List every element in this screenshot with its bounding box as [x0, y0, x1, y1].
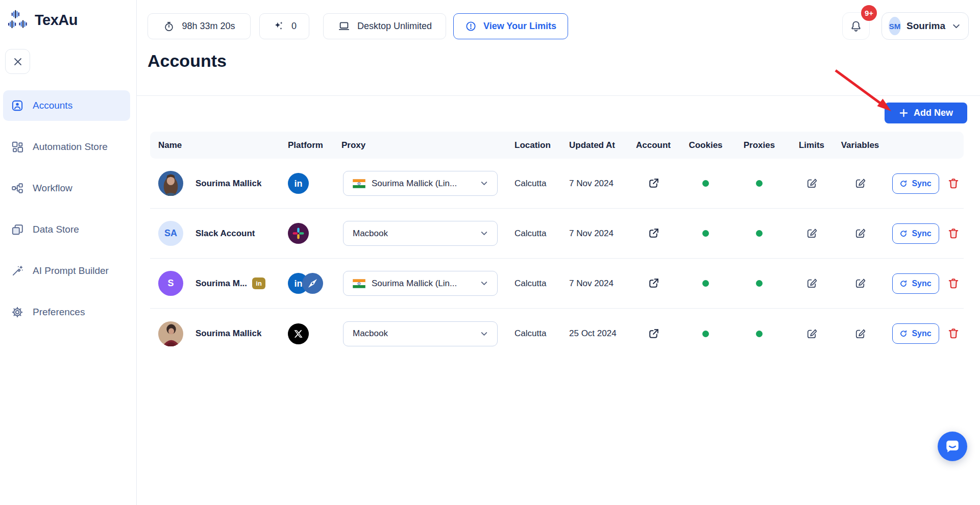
external-link-icon[interactable] [647, 327, 660, 340]
sidebar-item-ai-prompt-builder[interactable]: AI Prompt Builder [3, 256, 130, 286]
trash-icon[interactable] [947, 227, 960, 240]
proxies-status-cell [732, 280, 786, 287]
edit-limits-icon[interactable] [805, 227, 818, 240]
proxies-status-cell [732, 331, 786, 337]
table-row: Sourima Mallick in Sourima Mallick (Lin.… [150, 159, 964, 209]
edit-variables-icon[interactable] [854, 227, 867, 240]
name-cell: Sourima Mallick [150, 321, 286, 346]
stopwatch-icon [163, 20, 175, 33]
plan-pill[interactable]: Desktop Unlimited [323, 13, 446, 39]
column-header-account: Account [628, 140, 679, 150]
account-name: Sourima Mallick [195, 179, 261, 189]
column-header-limits: Limits [786, 140, 837, 150]
sidebar-item-label: Automation Store [33, 141, 108, 153]
chat-bubble-icon [944, 438, 961, 454]
chat-widget-button[interactable] [938, 432, 967, 461]
account-name-wrap: Sourima Mallick [195, 179, 261, 189]
variables-cell [837, 177, 883, 190]
column-header-name: Name [150, 140, 286, 150]
alert-circle-icon [465, 20, 477, 32]
account-link-cell [628, 227, 679, 240]
time-remaining-value: 98h 33m 20s [182, 21, 235, 32]
chevron-down-icon [479, 179, 489, 188]
edit-limits-icon[interactable] [805, 327, 818, 340]
view-limits-button[interactable]: View Your Limits [453, 13, 568, 39]
external-link-icon[interactable] [647, 227, 660, 240]
add-new-button[interactable]: Add New [885, 103, 967, 123]
edit-variables-icon[interactable] [854, 277, 867, 290]
proxy-dropdown[interactable]: Macbook [343, 321, 498, 346]
updated-at-cell: 7 Nov 2024 [561, 179, 628, 189]
proxy-selected-value: Macbook [353, 229, 473, 239]
edit-limits-icon[interactable] [805, 177, 818, 190]
sidebar-collapse-button[interactable] [5, 49, 30, 74]
sidebar-item-label: Preferences [33, 307, 85, 318]
user-card-icon [11, 99, 24, 112]
sidebar-item-preferences[interactable]: Preferences [3, 297, 130, 327]
table-body: Sourima Mallick in Sourima Mallick (Lin.… [150, 159, 964, 359]
sync-button[interactable]: Sync [892, 273, 939, 294]
account-name: Sourima M... [195, 279, 247, 289]
updated-at-cell: 25 Oct 2024 [561, 329, 628, 339]
proxy-dropdown[interactable]: Macbook [343, 221, 498, 246]
proxy-dropdown[interactable]: Sourima Mallick (Lin... [343, 271, 498, 296]
sidebar-item-label: Data Store [33, 224, 79, 235]
plus-icon [899, 108, 909, 118]
external-link-icon[interactable] [647, 277, 660, 290]
user-menu-button[interactable]: SM Sourima [881, 12, 969, 40]
table-row: SA Slack Account Macbook Calcutta 7 Nov … [150, 209, 964, 259]
sidebar-item-workflow[interactable]: Workflow [3, 173, 130, 204]
texau-app: TexAu Accounts [0, 0, 980, 505]
workflow-icon [11, 182, 24, 195]
chevron-down-icon [479, 329, 489, 339]
external-link-icon[interactable] [647, 177, 660, 190]
sync-button[interactable]: Sync [892, 323, 939, 344]
cookies-status-cell [679, 331, 732, 337]
account-name-wrap: Sourima Mallick [195, 329, 261, 339]
sidebar-item-data-store[interactable]: Data Store [3, 214, 130, 245]
trash-icon[interactable] [947, 327, 960, 340]
chevron-down-icon [479, 279, 489, 288]
refresh-icon [899, 330, 908, 338]
cookies-status-dot [702, 280, 709, 287]
credits-pill[interactable]: 0 [259, 13, 309, 39]
credits-value: 0 [291, 21, 297, 32]
user-name: Sourima [906, 20, 945, 32]
location-cell: Calcutta [505, 329, 561, 339]
sidebar-item-automation-store[interactable]: Automation Store [3, 132, 130, 162]
actions-cell: Sync [883, 273, 964, 294]
edit-variables-icon[interactable] [854, 177, 867, 190]
time-remaining-pill[interactable]: 98h 33m 20s [148, 13, 251, 39]
plan-value: Desktop Unlimited [357, 21, 432, 32]
proxies-status-dot [756, 180, 763, 187]
accounts-table: Name Platform Proxy Location Updated At … [150, 132, 964, 359]
edit-variables-icon[interactable] [854, 327, 867, 340]
user-avatar-initials: SA [158, 221, 183, 246]
sales-navigator-icon [302, 273, 323, 294]
edit-limits-icon[interactable] [805, 277, 818, 290]
sync-button[interactable]: Sync [892, 173, 939, 194]
table-row: Sourima Mallick Macbook Calcutta 25 Oct … [150, 309, 964, 359]
close-icon [12, 56, 23, 67]
location-cell: Calcutta [505, 229, 561, 239]
sync-label: Sync [912, 329, 931, 338]
sidebar-nav: Accounts Automation Store [3, 90, 130, 338]
proxy-dropdown[interactable]: Sourima Mallick (Lin... [343, 171, 498, 196]
proxies-status-dot [756, 331, 763, 337]
sidebar-item-label: Accounts [33, 100, 72, 111]
column-header-variables: Variables [837, 140, 883, 150]
trash-icon[interactable] [947, 177, 960, 190]
user-avatar-photo [158, 321, 183, 346]
limits-cell [786, 327, 837, 340]
name-cell: SA Slack Account [150, 221, 286, 246]
proxy-cell: Sourima Mallick (Lin... [334, 171, 505, 196]
cookies-status-cell [679, 180, 732, 187]
india-flag-icon [353, 179, 365, 188]
sidebar-item-label: AI Prompt Builder [33, 265, 109, 276]
name-cell: Sourima Mallick [150, 171, 286, 196]
platform-cell: in [286, 273, 334, 294]
trash-icon[interactable] [947, 277, 960, 290]
sidebar-item-accounts[interactable]: Accounts [3, 90, 130, 121]
updated-at-cell: 7 Nov 2024 [561, 279, 628, 289]
sync-button[interactable]: Sync [892, 223, 939, 244]
